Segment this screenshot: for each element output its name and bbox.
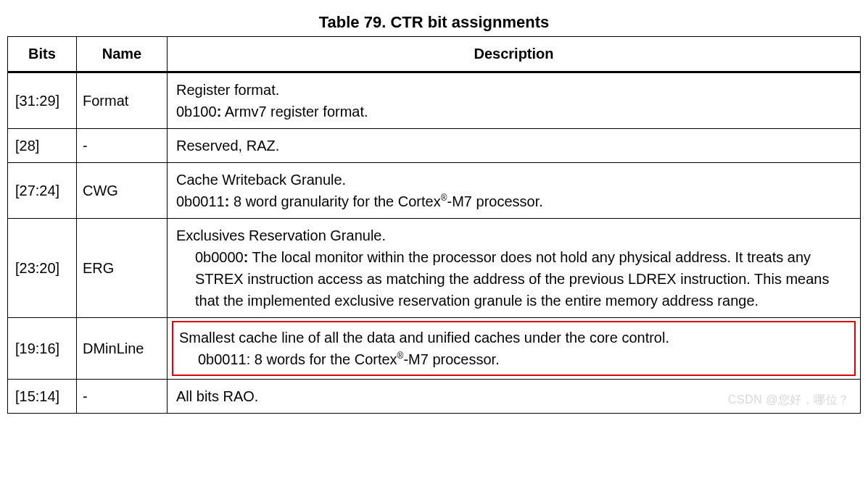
desc-line: All bits RAO. [176,385,851,407]
bits-cell: [19:16] [8,318,77,380]
name-cell: - [77,380,168,414]
desc-line: Reserved, RAZ. [176,135,851,156]
desc-text: 8 word granularity for the Cortex [229,193,440,209]
desc-text: -M7 processor. [403,351,499,367]
desc-line: 0b100: Armv7 register format. [176,101,851,122]
bits-cell: [28] [8,129,77,163]
desc-text: -M7 processor. [447,193,543,209]
table-title: Table 79. CTR bit assignments [7,7,861,36]
bit-value: 0b0011 [176,193,225,209]
desc-cell: Register format. 0b100: Armv7 register f… [168,72,861,129]
table-row: [19:16] DMinLine Smallest cache line of … [8,318,861,380]
name-cell: - [77,129,168,163]
desc-text: 0b0011: 8 words for the Cortex [198,351,397,367]
desc-line: Register format. [176,79,851,101]
desc-line: Smallest cache line of all the data and … [179,327,848,348]
highlight-box: Smallest cache line of all the data and … [172,321,856,376]
registered-icon: ® [441,193,447,203]
desc-cell: Cache Writeback Granule. 0b0011: 8 word … [168,163,861,219]
bit-value: 0b100 [176,104,217,120]
desc-cell: Smallest cache line of all the data and … [168,318,861,380]
desc-line: 0b0011: 8 word granularity for the Corte… [176,191,851,212]
table-row: [15:14] - All bits RAO. [8,380,861,414]
table-row: [27:24] CWG Cache Writeback Granule. 0b0… [8,163,861,219]
header-name: Name [77,37,168,72]
header-bits: Bits [8,37,77,72]
name-cell: CWG [77,163,168,219]
table-row: [23:20] ERG Exclusives Reservation Granu… [8,219,861,318]
ctr-bit-table: Bits Name Description [31:29] Format Reg… [7,36,861,414]
bit-value: 0b0000 [195,249,244,265]
bits-cell: [31:29] [8,72,77,129]
name-cell: DMinLine [77,318,168,380]
bits-cell: [27:24] [8,163,77,219]
desc-cell: Exclusives Reservation Granule. 0b0000: … [168,219,861,318]
desc-cell: Reserved, RAZ. [168,129,861,163]
bits-cell: [15:14] [8,380,77,414]
desc-text: Armv7 register format. [221,104,368,120]
bits-cell: [23:20] [8,219,77,318]
name-cell: Format [77,72,168,129]
name-cell: ERG [77,219,168,318]
desc-text: The local monitor within the processor d… [195,249,829,309]
header-row: Bits Name Description [8,37,861,72]
desc-line: 0b0011: 8 words for the Cortex®-M7 proce… [179,348,848,370]
desc-line: Exclusives Reservation Granule. [176,225,851,246]
desc-cell: All bits RAO. [168,380,861,414]
table-row: [28] - Reserved, RAZ. [8,129,861,163]
table-row: [31:29] Format Register format. 0b100: A… [8,72,861,129]
header-description: Description [168,37,861,72]
desc-line: 0b0000: The local monitor within the pro… [176,246,851,311]
desc-line: Cache Writeback Granule. [176,169,851,191]
